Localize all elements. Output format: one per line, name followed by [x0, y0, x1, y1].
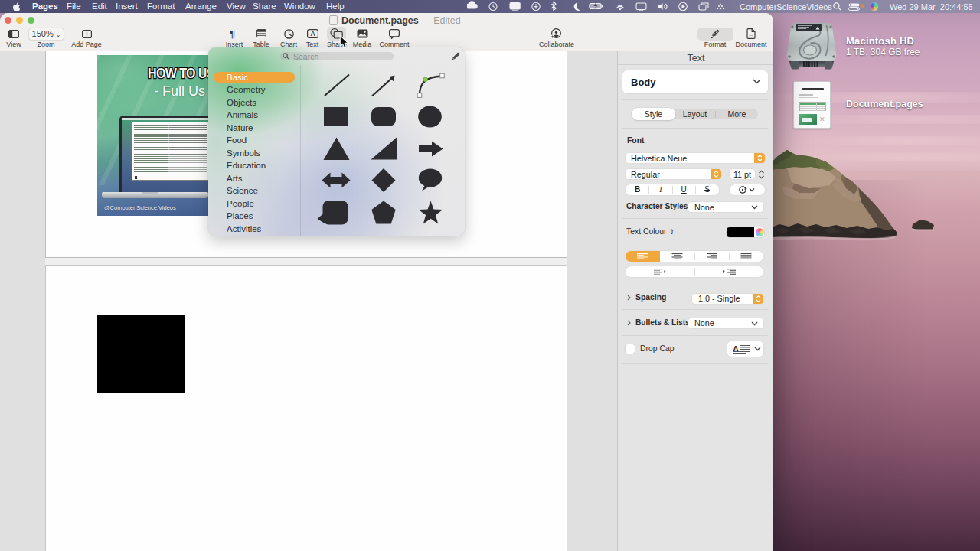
svg-text:A: A [733, 344, 739, 354]
svg-text:A: A [310, 30, 315, 37]
